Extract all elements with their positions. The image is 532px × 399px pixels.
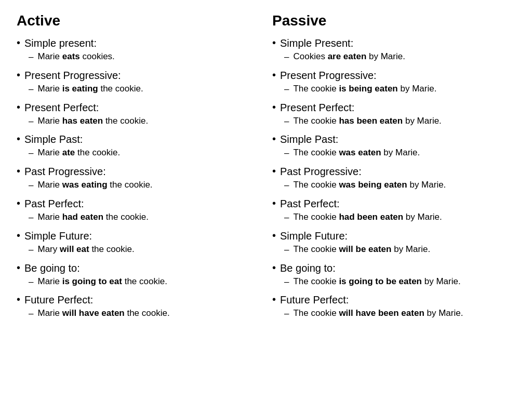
tense-name: Present Progressive: xyxy=(24,69,251,82)
example-sentence: –The cookie is being eaten by Marie. xyxy=(284,83,507,96)
tense-name: Past Perfect: xyxy=(24,197,251,210)
bullet-icon: • xyxy=(17,294,20,305)
tense-block: Past Progressive:–The cookie was being e… xyxy=(280,165,507,194)
tense-block: Simple present:–Marie eats cookies. xyxy=(24,36,251,65)
dash-icon: – xyxy=(284,179,289,192)
list-item: •Future Perfect:–The cookie will have be… xyxy=(272,293,507,322)
dash-icon: – xyxy=(29,179,33,192)
column-active: Active•Simple present:–Marie eats cookie… xyxy=(17,12,260,325)
example-sentence: –Cookies are eaten by Marie. xyxy=(284,50,507,63)
main-layout: Active•Simple present:–Marie eats cookie… xyxy=(17,12,515,325)
list-item: •Simple Future:–The cookie will be eaten… xyxy=(272,229,507,258)
list-item: •Past Perfect:–The cookie had been eaten… xyxy=(272,197,507,226)
example-sentence: –Mary will eat the cookie. xyxy=(29,243,251,256)
list-item: •Present Progressive:–Marie is eating th… xyxy=(17,69,251,98)
tense-block: Present Progressive:–Marie is eating the… xyxy=(24,69,251,98)
dash-icon: – xyxy=(284,83,289,96)
example-sentence: –The cookie will be eaten by Marie. xyxy=(284,243,507,256)
tense-block: Future Perfect:–Marie will have eaten th… xyxy=(24,293,251,322)
bullet-icon: • xyxy=(272,197,276,209)
tense-block: Simple Past:–Marie ate the cookie. xyxy=(24,132,251,162)
tense-block: Past Progressive:–Marie was eating the c… xyxy=(24,165,251,194)
list-item: •Be going to:–The cookie is going to be … xyxy=(272,261,507,290)
column-title-0: Active xyxy=(17,12,251,29)
example-sentence: –Marie will have eaten the cookie. xyxy=(29,307,251,320)
dash-icon: – xyxy=(284,51,289,63)
tense-block: Be going to:–Marie is going to eat the c… xyxy=(24,261,251,290)
bullet-icon: • xyxy=(17,197,20,209)
bullet-icon: • xyxy=(17,230,20,242)
example-sentence: –Marie was eating the cookie. xyxy=(29,179,251,192)
column-passive: Passive•Simple Present:–Cookies are eate… xyxy=(260,12,515,325)
tense-block: Past Perfect:–The cookie had been eaten … xyxy=(280,197,507,226)
dash-icon: – xyxy=(29,244,33,256)
list-item: •Simple Future:–Mary will eat the cookie… xyxy=(17,229,251,258)
dash-icon: – xyxy=(284,115,289,128)
tense-block: Present Progressive:–The cookie is being… xyxy=(280,69,507,98)
tense-block: Simple Past:–The cookie was eaten by Mar… xyxy=(280,132,507,162)
example-sentence: –The cookie was being eaten by Marie. xyxy=(284,179,507,192)
example-text: Marie is eating the cookie. xyxy=(37,83,251,95)
example-text: Marie will have eaten the cookie. xyxy=(37,307,251,320)
example-text: Mary will eat the cookie. xyxy=(37,243,251,256)
tense-block: Simple Future:–Mary will eat the cookie. xyxy=(24,229,251,258)
column-title-1: Passive xyxy=(272,12,507,29)
tense-block: Present Perfect:–Marie has eaten the coo… xyxy=(24,101,251,130)
example-sentence: –The cookie will have been eaten by Mari… xyxy=(284,307,507,320)
tense-block: Past Perfect:–Marie had eaten the cookie… xyxy=(24,197,251,226)
dash-icon: – xyxy=(29,211,33,224)
example-sentence: –The cookie has been eaten by Marie. xyxy=(284,115,507,128)
bullet-icon: • xyxy=(272,294,276,305)
bullet-icon: • xyxy=(272,165,276,177)
list-item: •Simple Past:–Marie ate the cookie. xyxy=(17,132,251,162)
bullet-icon: • xyxy=(272,101,276,113)
example-sentence: –The cookie is going to be eaten by Mari… xyxy=(284,275,507,288)
tense-name: Simple Future: xyxy=(24,229,251,243)
tense-list-0: •Simple present:–Marie eats cookies.•Pre… xyxy=(17,36,251,322)
tense-block: Simple Present:–Cookies are eaten by Mar… xyxy=(280,36,507,65)
tense-name: Present Perfect: xyxy=(24,101,251,114)
bullet-icon: • xyxy=(17,262,20,274)
example-text: The cookie had been eaten by Marie. xyxy=(293,211,507,223)
example-text: Cookies are eaten by Marie. xyxy=(293,50,507,63)
example-sentence: –Marie has eaten the cookie. xyxy=(29,115,251,128)
list-item: •Past Progressive:–The cookie was being … xyxy=(272,165,507,194)
tense-name: Simple Present: xyxy=(280,36,507,50)
example-sentence: –The cookie was eaten by Marie. xyxy=(284,147,507,159)
list-item: •Future Perfect:–Marie will have eaten t… xyxy=(17,293,251,322)
example-text: Marie is going to eat the cookie. xyxy=(37,275,251,288)
dash-icon: – xyxy=(29,83,33,96)
example-text: Marie had eaten the cookie. xyxy=(37,211,251,223)
dash-icon: – xyxy=(284,308,289,320)
dash-icon: – xyxy=(284,276,289,288)
tense-name: Simple Future: xyxy=(280,229,507,243)
tense-name: Future Perfect: xyxy=(280,293,507,307)
dash-icon: – xyxy=(29,51,33,63)
dash-icon: – xyxy=(284,244,289,256)
list-item: •Past Perfect:–Marie had eaten the cooki… xyxy=(17,197,251,226)
tense-name: Simple Past: xyxy=(24,132,251,146)
example-text: The cookie has been eaten by Marie. xyxy=(293,115,507,127)
example-sentence: –Marie is eating the cookie. xyxy=(29,83,251,96)
example-text: The cookie is being eaten by Marie. xyxy=(293,83,507,95)
example-sentence: –The cookie had been eaten by Marie. xyxy=(284,211,507,224)
tense-name: Past Progressive: xyxy=(24,165,251,178)
tense-name: Past Perfect: xyxy=(280,197,507,210)
example-text: Marie eats cookies. xyxy=(37,50,251,63)
tense-name: Future Perfect: xyxy=(24,293,251,307)
example-text: The cookie will be eaten by Marie. xyxy=(293,243,507,256)
list-item: •Present Perfect:–Marie has eaten the co… xyxy=(17,101,251,130)
list-item: •Simple present:–Marie eats cookies. xyxy=(17,36,251,65)
dash-icon: – xyxy=(29,308,33,320)
list-item: •Present Progressive:–The cookie is bein… xyxy=(272,69,507,98)
dash-icon: – xyxy=(29,276,33,288)
bullet-icon: • xyxy=(17,165,20,177)
example-text: Marie has eaten the cookie. xyxy=(37,115,251,127)
tense-name: Present Perfect: xyxy=(280,101,507,114)
example-text: The cookie is going to be eaten by Marie… xyxy=(293,275,507,288)
tense-block: Be going to:–The cookie is going to be e… xyxy=(280,261,507,290)
tense-block: Simple Future:–The cookie will be eaten … xyxy=(280,229,507,258)
list-item: •Present Perfect:–The cookie has been ea… xyxy=(272,101,507,130)
example-text: The cookie was eaten by Marie. xyxy=(293,147,507,159)
tense-name: Simple Past: xyxy=(280,132,507,146)
